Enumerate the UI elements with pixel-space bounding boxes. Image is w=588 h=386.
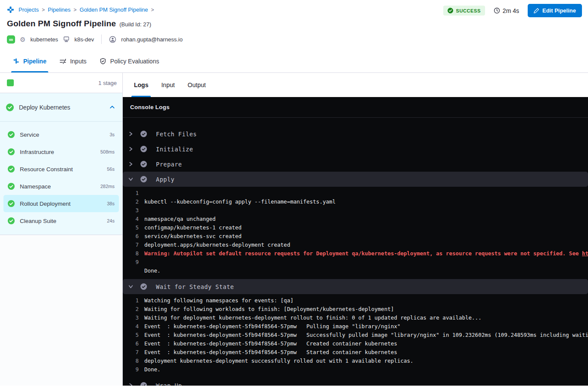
log-section-apply[interactable]: Apply — [123, 172, 588, 187]
check-circle-icon — [448, 8, 453, 13]
user-email: rohan.gupta@harness.io — [121, 36, 183, 43]
step-row-cleanup-suite[interactable]: Cleanup Suite24s — [3, 212, 119, 229]
log-line-number: 3 — [123, 314, 139, 322]
log-section-name: Fetch Files — [156, 131, 197, 138]
step-duration: 24s — [107, 218, 115, 223]
step-duration: 3s — [109, 132, 115, 137]
pencil-icon — [534, 8, 539, 13]
breadcrumb-link-projects[interactable]: Projects — [19, 6, 39, 13]
clock-icon — [494, 7, 500, 14]
log-line: 6Event : kubernetes-deployment-5fb94f856… — [123, 339, 588, 348]
app: Projects>Pipelines>Golden PM Signoff Pip… — [0, 0, 588, 386]
log-line: 2Waiting for following workloads to fini… — [123, 305, 588, 314]
log-line-number: 2 — [123, 305, 139, 314]
log-line-number: 5 — [123, 331, 139, 339]
console: Console Logs Fetch FilesInitializePrepar… — [123, 97, 588, 386]
breadcrumb-link-golden-pm-signoff-pipeline[interactable]: Golden PM Signoff Pipeline — [80, 6, 148, 13]
step-row-infrastructure[interactable]: Infrastructure508ms — [3, 143, 119, 160]
log-line-text: kubectl --kubeconfig=config apply --file… — [144, 198, 336, 206]
tab-input-label: Input — [161, 82, 174, 88]
log-line-text: deployment kubernetes-deployment success… — [144, 357, 414, 365]
step-row-service[interactable]: Service3s — [3, 126, 119, 143]
log-line: 6service/kubernetes-svc created — [123, 232, 588, 241]
log-block-apply: 12kubectl --kubeconfig=config apply --fi… — [123, 187, 588, 279]
build-id: (Build Id: 27) — [119, 21, 151, 28]
tab-output[interactable]: Output — [188, 73, 206, 97]
log-line: 2kubectl --kubeconfig=config apply --fil… — [123, 198, 588, 206]
tab-policy-evaluations-label: Policy Evaluations — [110, 58, 159, 65]
success-icon — [140, 382, 147, 386]
log-section-wrap-up[interactable]: Wrap Up — [123, 378, 588, 386]
chevron-up-icon — [109, 104, 115, 110]
success-icon — [140, 283, 147, 290]
success-icon — [8, 200, 15, 207]
pipeline-meta: ∞ ⚙ kubernetes k8s-dev rohan.gupta@harne… — [7, 35, 578, 44]
main-tabs: Pipeline Inputs Policy Evaluations — [0, 50, 588, 73]
log-line: 5Event : kubernetes-deployment-5fb94f856… — [123, 331, 588, 339]
success-icon — [6, 104, 14, 111]
edit-pipeline-button[interactable]: Edit Pipeline — [528, 4, 582, 17]
tab-input[interactable]: Input — [161, 73, 174, 97]
stage-summary: 1 stage — [0, 73, 122, 93]
breadcrumb-separator: > — [42, 7, 45, 13]
details-panel: Logs Input Output Console Logs Fetch Fil… — [123, 73, 588, 386]
breadcrumb-separator: > — [74, 7, 77, 13]
warning-link[interactable]: http://g — [582, 249, 588, 258]
step-duration: 282ms — [100, 184, 115, 189]
step-row-resource-constraint[interactable]: Resource Constraint56s — [3, 160, 119, 178]
success-icon — [8, 217, 15, 224]
stage-header-deploy-kubernetes[interactable]: Deploy Kubernetes — [0, 93, 122, 122]
log-line: 1Watching following namespaces for event… — [123, 296, 588, 305]
tab-policy-evaluations[interactable]: Policy Evaluations — [100, 50, 159, 72]
success-icon — [140, 161, 147, 167]
success-icon — [8, 166, 15, 173]
tab-inputs[interactable]: Inputs — [59, 50, 87, 72]
details-tabs: Logs Input Output — [123, 73, 588, 97]
step-name: Namespace — [20, 183, 51, 190]
stage-panel: Deploy Kubernetes Service3sInfrastructur… — [0, 93, 122, 235]
step-name: Resource Constraint — [20, 166, 73, 173]
log-line: 7deployment.apps/kubernetes-deployment c… — [123, 241, 588, 249]
infrastructure-icon — [63, 36, 70, 43]
log-line: Done. — [123, 267, 588, 275]
log-line-number: 7 — [123, 241, 139, 249]
status-badge: SUCCESS — [443, 6, 485, 16]
step-name: Service — [20, 132, 39, 138]
log-line-text: Event : kubernetes-deployment-5fb94f8564… — [144, 331, 588, 339]
success-icon — [8, 183, 15, 190]
log-line-text: Warning: Autopilot set default resource … — [144, 249, 582, 258]
step-row-namespace[interactable]: Namespace282ms — [3, 178, 119, 195]
edit-pipeline-label: Edit Pipeline — [542, 7, 576, 14]
tab-logs-label: Logs — [134, 82, 148, 88]
inputs-icon — [59, 58, 66, 65]
header-controls: SUCCESS 2m 4s Edit Pipeline — [443, 4, 582, 17]
meta-divider — [101, 35, 102, 44]
log-section-wait-for-steady-state[interactable]: Wait for Steady State — [123, 279, 588, 294]
log-section-initialize[interactable]: Initialize — [123, 141, 588, 157]
log-line-text: Event : kubernetes-deployment-5fb94f8564… — [144, 339, 397, 348]
log-block-wait-for-steady-state: 1Watching following namespaces for event… — [123, 294, 588, 378]
step-row-rollout-deployment[interactable]: Rollout Deployment38s — [3, 195, 119, 212]
breadcrumb-items: Projects>Pipelines>Golden PM Signoff Pip… — [19, 6, 154, 13]
log-line-number: 5 — [123, 223, 139, 232]
chevron-right-icon — [128, 162, 133, 166]
breadcrumb-link-pipelines[interactable]: Pipelines — [48, 6, 71, 13]
log-line-text: namespace/qa unchanged — [144, 215, 216, 223]
log-content[interactable]: Fetch FilesInitializePrepareApply12kubec… — [123, 118, 588, 386]
step-name: Infrastructure — [20, 149, 54, 155]
step-duration: 38s — [107, 201, 115, 206]
log-line-text: Event : kubernetes-deployment-5fb94f8564… — [144, 322, 401, 331]
log-section-fetch-files[interactable]: Fetch Files — [123, 126, 588, 141]
log-section-name: Initialize — [156, 146, 193, 153]
log-line: 9Done. — [123, 365, 588, 374]
duration: 2m 4s — [494, 7, 519, 14]
log-line: 3Waiting for deployment kubernetes-deplo… — [123, 314, 588, 322]
log-line-text: Waiting for following workloads to finis… — [144, 305, 394, 314]
tab-logs[interactable]: Logs — [134, 73, 148, 97]
log-section-prepare[interactable]: Prepare — [123, 157, 588, 172]
log-line: 4Event : kubernetes-deployment-5fb94f856… — [123, 322, 588, 331]
status-label: SUCCESS — [456, 8, 480, 13]
tab-output-label: Output — [188, 82, 206, 88]
log-line-number: 4 — [123, 322, 139, 331]
tab-pipeline[interactable]: Pipeline — [13, 50, 47, 72]
